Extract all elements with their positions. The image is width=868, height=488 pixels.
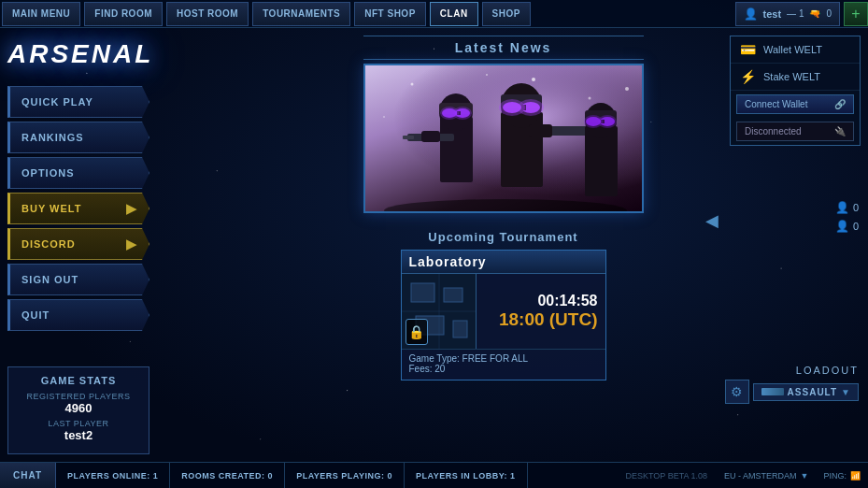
tournament-game-type: Game Type: FREE FOR ALL (409, 353, 598, 364)
sidebar-rankings[interactable]: RANKINGS (7, 122, 149, 153)
user-credits: — 1 (787, 8, 804, 19)
nav-clan[interactable]: CLAN (430, 2, 478, 26)
person1-icon: 👤 (835, 201, 849, 214)
ping-signal-icon: 📶 (850, 471, 861, 481)
loadout-controls: ⚙ ASSAULT ▼ (725, 380, 859, 404)
svg-rect-41 (444, 288, 462, 302)
nav-main-menu[interactable]: MAIN MENU (2, 2, 80, 26)
nav-tournaments[interactable]: TOURNAMENTS (252, 2, 350, 26)
wallet-dropdown: 💳 Wallet WELT ⚡ Stake WELT Connect Walle… (729, 32, 864, 146)
svg-rect-17 (403, 136, 414, 139)
loadout-section: LOADOUT ⚙ ASSAULT ▼ (725, 365, 859, 404)
svg-point-3 (532, 78, 535, 81)
tournament-section: Upcoming Tournament Laboratory (401, 230, 606, 380)
sidebar-quit[interactable]: QUIT (7, 299, 149, 331)
ping-display: PING: 📶 (816, 471, 868, 481)
weapon-label: ASSAULT (788, 387, 837, 397)
logo: ARSENAL (7, 36, 149, 73)
logo-text: ARSENAL (7, 39, 153, 68)
players-in-lobby-item: PLAYERS IN LOBBY: 1 (405, 463, 528, 488)
panel-collapse-arrow[interactable]: ◀ (705, 210, 719, 231)
news-section: Latest News (363, 36, 644, 213)
user-icon: 👤 (744, 7, 758, 21)
add-credits-button[interactable]: + (844, 2, 868, 26)
wallet-icon: 💳 (740, 42, 756, 57)
registered-players-label: REGISTERED PLAYERS (16, 392, 141, 401)
tournament-info: 00:14:58 18:00 (UTC) (477, 274, 605, 349)
user-panel[interactable]: 👤 test — 1 🔫 0 (735, 2, 840, 26)
nav-find-room[interactable]: FIND ROOM (84, 2, 163, 26)
sidebar-discord[interactable]: DISCORD ▶ (7, 228, 149, 260)
sidebar-quick-play[interactable]: QUICK PLAY (7, 86, 149, 118)
disconnected-status: Disconnected 🔌 (736, 122, 854, 141)
top-navigation: MAIN MENU FIND ROOM HOST ROOM TOURNAMENT… (0, 0, 868, 28)
tournament-map-preview: 🔒 (402, 274, 477, 349)
user-bullets-icon: 🔫 (809, 8, 820, 19)
svg-rect-40 (411, 283, 434, 302)
loadout-title: LOADOUT (725, 365, 859, 376)
tournament-card-name: Laboratory (402, 251, 605, 274)
nav-shop[interactable]: SHOP (482, 2, 531, 26)
person2-count-row: 👤 0 (835, 220, 859, 233)
server-selector[interactable]: EU - AMSTERDAM ▼ (717, 471, 816, 481)
person2-icon: 👤 (835, 220, 849, 233)
loadout-gear-button[interactable]: ⚙ (725, 380, 749, 404)
sidebar-buy-welt[interactable]: BUY WELT ▶ (7, 193, 149, 224)
discord-arrow-icon: ▶ (126, 237, 137, 251)
user-bullets: 0 (826, 8, 832, 19)
svg-point-6 (625, 87, 629, 91)
center-column: Latest News (363, 36, 644, 380)
connect-icon: 🔗 (834, 99, 846, 109)
news-header: Latest News (363, 36, 644, 60)
wallet-menu: 💳 Wallet WELT ⚡ Stake WELT Connect Walle… (730, 36, 861, 146)
weapon-icon (761, 388, 784, 395)
stake-icon: ⚡ (740, 69, 756, 84)
side-person-icons: 👤 0 👤 0 (835, 201, 859, 233)
loadout-weapon-button[interactable]: ASSAULT ▼ (753, 383, 859, 401)
sidebar: ARSENAL QUICK PLAY RANKINGS OPTIONS BUY … (0, 28, 157, 462)
person-count-row: 👤 0 (835, 201, 859, 214)
person1-count: 0 (853, 202, 859, 213)
tournament-details: Game Type: FREE FOR ALL Fees: 20 (402, 349, 605, 380)
server-chevron-icon: ▼ (801, 471, 809, 481)
server-name: EU - AMSTERDAM (724, 471, 797, 481)
buy-welt-arrow-icon: ▶ (126, 201, 137, 216)
wallet-welt-label: Wallet WELT (763, 44, 822, 55)
svg-rect-29 (529, 124, 552, 137)
last-player-value: test2 (16, 428, 141, 442)
weapon-chevron-icon: ▼ (841, 387, 850, 397)
nav-nft-shop[interactable]: NFT SHOP (354, 2, 426, 26)
svg-rect-18 (421, 131, 440, 142)
sidebar-options[interactable]: OPTIONS (7, 157, 149, 189)
chat-button[interactable]: CHAT (0, 463, 56, 488)
tournament-time: 18:00 (UTC) (484, 309, 598, 330)
username: test (763, 8, 782, 20)
tournament-card: Laboratory 🔒 (401, 250, 606, 380)
stake-welt-item[interactable]: ⚡ Stake WELT (731, 64, 860, 91)
nav-host-room[interactable]: HOST ROOM (166, 2, 249, 26)
rooms-created-item: ROOMS CREATED: 0 (170, 463, 285, 488)
sidebar-sign-out[interactable]: SIGN OUT (7, 264, 149, 295)
last-player-label: LAST PLAYER (16, 419, 141, 428)
wallet-welt-item[interactable]: 💳 Wallet WELT (731, 36, 860, 64)
svg-point-37 (598, 115, 617, 128)
news-image (363, 64, 644, 213)
version-text: DESKTOP BETA 1.08 (617, 471, 718, 481)
disconnect-icon: 🔌 (834, 126, 846, 136)
tournament-fees: Fees: 20 (409, 364, 598, 374)
svg-point-5 (383, 116, 385, 118)
svg-point-15 (453, 107, 472, 120)
status-bar: CHAT PLAYERS ONLINE: 1 ROOMS CREATED: 0 … (0, 462, 868, 488)
players-playing-item: PLAYERS PLAYING: 0 (285, 463, 405, 488)
soldier-scene (365, 65, 642, 211)
svg-rect-43 (453, 321, 467, 337)
game-stats-title: GAME STATS (16, 375, 141, 386)
players-online-item: PLAYERS ONLINE: 1 (56, 463, 170, 488)
svg-point-7 (486, 74, 488, 76)
disconnected-row: Disconnected 🔌 (731, 118, 860, 145)
game-stats-panel: GAME STATS REGISTERED PLAYERS 4960 LAST … (7, 366, 149, 454)
stake-welt-label: Stake WELT (763, 71, 820, 82)
connect-wallet-button[interactable]: Connect Wallet 🔗 (736, 94, 854, 114)
svg-point-4 (588, 97, 591, 100)
tournament-card-body: 🔒 00:14:58 18:00 (UTC) (402, 274, 605, 349)
